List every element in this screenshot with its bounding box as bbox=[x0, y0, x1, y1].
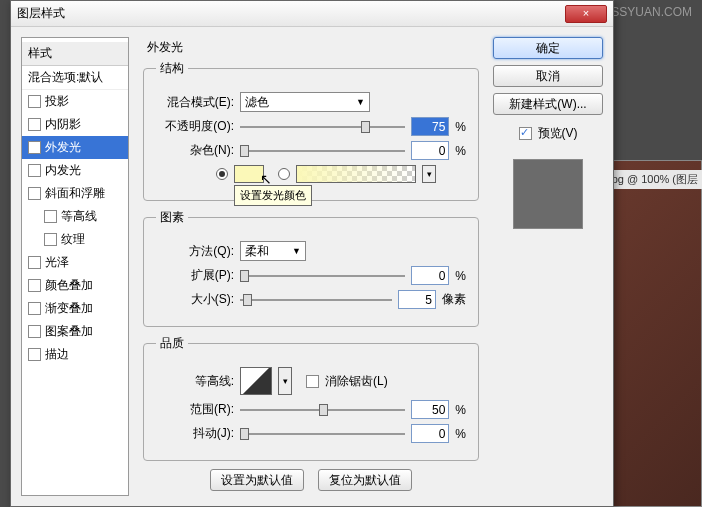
quality-legend: 品质 bbox=[156, 335, 188, 352]
checkbox[interactable] bbox=[28, 118, 41, 131]
antialias-checkbox[interactable] bbox=[306, 375, 319, 388]
gradient-radio[interactable] bbox=[278, 168, 290, 180]
blend-options[interactable]: 混合选项:默认 bbox=[22, 66, 128, 90]
cancel-button[interactable]: 取消 bbox=[493, 65, 603, 87]
style-satin[interactable]: 光泽 bbox=[22, 251, 128, 274]
range-input[interactable] bbox=[411, 400, 449, 419]
noise-unit: % bbox=[455, 144, 466, 158]
structure-group: 结构 混合模式(E): 滤色▼ 不透明度(O): % 杂色(N): % bbox=[143, 60, 479, 201]
jitter-unit: % bbox=[455, 427, 466, 441]
glow-color-swatch[interactable] bbox=[234, 165, 264, 183]
style-pattern-overlay[interactable]: 图案叠加 bbox=[22, 320, 128, 343]
style-bevel[interactable]: 斜面和浮雕 bbox=[22, 182, 128, 205]
checkbox[interactable] bbox=[28, 187, 41, 200]
color-tooltip: 设置发光颜色 bbox=[234, 185, 312, 206]
ok-button[interactable]: 确定 bbox=[493, 37, 603, 59]
right-panel: 确定 取消 新建样式(W)... 预览(V) bbox=[493, 37, 603, 496]
style-drop-shadow[interactable]: 投影 bbox=[22, 90, 128, 113]
glow-gradient[interactable] bbox=[296, 165, 416, 183]
range-unit: % bbox=[455, 403, 466, 417]
noise-slider[interactable] bbox=[240, 142, 405, 160]
checkbox[interactable] bbox=[28, 302, 41, 315]
set-default-button[interactable]: 设置为默认值 bbox=[210, 469, 304, 491]
reset-default-button[interactable]: 复位为默认值 bbox=[318, 469, 412, 491]
close-button[interactable]: × bbox=[565, 5, 607, 23]
panel-title: 外发光 bbox=[147, 39, 479, 56]
structure-legend: 结构 bbox=[156, 60, 188, 77]
checkbox[interactable] bbox=[28, 348, 41, 361]
opacity-input[interactable] bbox=[411, 117, 449, 136]
styles-header[interactable]: 样式 bbox=[22, 42, 128, 66]
jitter-label: 抖动(J): bbox=[156, 425, 234, 442]
chevron-down-icon: ▼ bbox=[292, 246, 301, 256]
size-label: 大小(S): bbox=[156, 291, 234, 308]
checkbox[interactable] bbox=[44, 210, 57, 223]
contour-picker[interactable] bbox=[240, 367, 272, 395]
preview-label: 预览(V) bbox=[538, 125, 578, 142]
layer-style-dialog: 图层样式 × 样式 混合选项:默认 投影 内阴影 外发光 内发光 斜面和浮雕 等… bbox=[10, 0, 614, 507]
checkbox[interactable] bbox=[28, 256, 41, 269]
size-unit: 像素 bbox=[442, 291, 466, 308]
spread-unit: % bbox=[455, 269, 466, 283]
style-texture[interactable]: 纹理 bbox=[22, 228, 128, 251]
style-inner-shadow[interactable]: 内阴影 bbox=[22, 113, 128, 136]
style-stroke[interactable]: 描边 bbox=[22, 343, 128, 366]
spread-input[interactable] bbox=[411, 266, 449, 285]
elements-legend: 图素 bbox=[156, 209, 188, 226]
range-label: 范围(R): bbox=[156, 401, 234, 418]
quality-group: 品质 等高线: ▾ 消除锯齿(L) 范围(R): % 抖动(J): bbox=[143, 335, 479, 461]
gradient-arrow[interactable]: ▾ bbox=[422, 165, 436, 183]
style-color-overlay[interactable]: 颜色叠加 bbox=[22, 274, 128, 297]
contour-label: 等高线: bbox=[156, 373, 234, 390]
elements-group: 图素 方法(Q): 柔和▼ 扩展(P): % 大小(S): 像素 bbox=[143, 209, 479, 327]
antialias-label: 消除锯齿(L) bbox=[325, 373, 388, 390]
checkbox[interactable] bbox=[28, 325, 41, 338]
styles-list: 样式 混合选项:默认 投影 内阴影 外发光 内发光 斜面和浮雕 等高线 纹理 光… bbox=[21, 37, 129, 496]
new-style-button[interactable]: 新建样式(W)... bbox=[493, 93, 603, 115]
titlebar: 图层样式 × bbox=[11, 1, 613, 27]
blend-mode-dropdown[interactable]: 滤色▼ bbox=[240, 92, 370, 112]
opacity-label: 不透明度(O): bbox=[156, 118, 234, 135]
jitter-slider[interactable] bbox=[240, 425, 405, 443]
checkbox[interactable] bbox=[28, 95, 41, 108]
style-inner-glow[interactable]: 内发光 bbox=[22, 159, 128, 182]
checkbox[interactable] bbox=[28, 279, 41, 292]
blend-mode-label: 混合模式(E): bbox=[156, 94, 234, 111]
style-contour[interactable]: 等高线 bbox=[22, 205, 128, 228]
style-gradient-overlay[interactable]: 渐变叠加 bbox=[22, 297, 128, 320]
technique-label: 方法(Q): bbox=[156, 243, 234, 260]
size-input[interactable] bbox=[398, 290, 436, 309]
preview-thumbnail bbox=[513, 159, 583, 229]
checkbox[interactable] bbox=[28, 141, 41, 154]
chevron-down-icon: ▼ bbox=[356, 97, 365, 107]
dialog-title: 图层样式 bbox=[17, 5, 65, 22]
noise-label: 杂色(N): bbox=[156, 142, 234, 159]
jitter-input[interactable] bbox=[411, 424, 449, 443]
contour-arrow[interactable]: ▾ bbox=[278, 367, 292, 395]
opacity-slider[interactable] bbox=[240, 118, 405, 136]
spread-label: 扩展(P): bbox=[156, 267, 234, 284]
spread-slider[interactable] bbox=[240, 267, 405, 285]
color-radio[interactable] bbox=[216, 168, 228, 180]
checkbox[interactable] bbox=[28, 164, 41, 177]
settings-panel: 外发光 结构 混合模式(E): 滤色▼ 不透明度(O): % 杂色(N): bbox=[137, 37, 485, 496]
style-outer-glow[interactable]: 外发光 bbox=[22, 136, 128, 159]
checkbox[interactable] bbox=[44, 233, 57, 246]
technique-dropdown[interactable]: 柔和▼ bbox=[240, 241, 306, 261]
noise-input[interactable] bbox=[411, 141, 449, 160]
opacity-unit: % bbox=[455, 120, 466, 134]
preview-checkbox[interactable] bbox=[519, 127, 532, 140]
range-slider[interactable] bbox=[240, 401, 405, 419]
size-slider[interactable] bbox=[240, 291, 392, 309]
